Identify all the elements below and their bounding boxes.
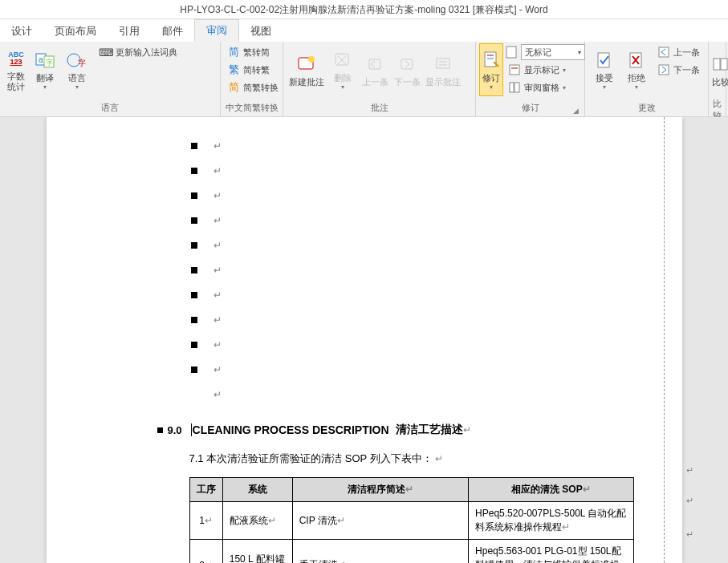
bullet-icon — [191, 217, 197, 224]
translate-button[interactable]: a字 翻译 ▾ — [29, 43, 61, 96]
svg-rect-31 — [721, 59, 727, 70]
bullet-icon — [191, 168, 197, 174]
bullet-icon — [191, 292, 197, 298]
list-item[interactable]: ↵ — [191, 183, 634, 208]
chevron-down-icon: ▾ — [75, 83, 79, 91]
pane-icon — [508, 81, 521, 94]
cell-procedure[interactable]: CIP 清洗↵ — [292, 502, 468, 540]
abc-icon: ABC 123 — [5, 47, 27, 70]
list-item[interactable]: ↵ — [191, 332, 634, 357]
svg-rect-12 — [401, 59, 413, 69]
page[interactable]: ↵ ↵ ↵ ↵ ↵ ↵ ↵ ↵ ↵ ↵ ↵ 9.0 CLEANING PROCE… — [47, 117, 682, 563]
list-item[interactable]: ↵ — [191, 307, 634, 332]
svg-rect-24 — [598, 53, 609, 67]
compare-button[interactable]: 比较 — [712, 43, 728, 96]
row-end-mark-icon: ↵ — [686, 529, 693, 540]
markup-icon — [508, 63, 521, 76]
row-end-mark-icon: ↵ — [686, 496, 693, 506]
bullet-icon — [191, 192, 197, 199]
new-comment-button[interactable]: 新建批注 — [287, 43, 327, 96]
tab-page-layout[interactable]: 页面布局 — [43, 21, 108, 42]
window-title: HP-LYO3-CL-C-002-02注射用胸腺法新清洁再验证方案-moling… — [0, 0, 728, 19]
cell-procedure[interactable]: 手工清洗↵ — [292, 540, 468, 564]
heading-text-cn: 清洁工艺描述 — [396, 423, 463, 437]
paragraph-mark-icon: ↵ — [214, 389, 222, 400]
heading-number: 9.0 — [168, 424, 182, 436]
display-for-review-select[interactable]: 无标记 ▾ — [505, 43, 585, 61]
next-change-icon — [657, 63, 670, 76]
tab-design[interactable]: 设计 — [0, 21, 43, 42]
sop-table[interactable]: 工序 系统 清洁程序简述↵ 相应的清洗 SOP↵ 1↵ 配液系统↵ CIP 清洗… — [189, 477, 634, 563]
section-heading[interactable]: 9.0 CLEANING PROCESS DESCRIPTION 清洁工艺描述 … — [157, 423, 634, 437]
trad-icon: 简 — [227, 46, 240, 59]
table-row[interactable]: 2↵ 150 L 配料罐↵ 手工清洗↵ Hpeq5.563-001 PLG-01… — [189, 540, 633, 564]
word-count-button[interactable]: ABC 123 字数 统计 — [3, 43, 29, 96]
ribbon: ABC 123 字数 统计 a字 翻译 ▾ 字 语言 ▾ — [0, 42, 728, 117]
group-label-conversion: 中文简繁转换 — [224, 100, 279, 116]
bullet-icon — [191, 317, 197, 323]
paragraph-mark-icon: ↵ — [463, 424, 471, 435]
reject-icon — [625, 49, 648, 71]
show-markup-button[interactable]: 显示标记 ▾ — [505, 61, 585, 79]
track-changes-button[interactable]: 修订 ▾ — [479, 43, 503, 96]
paragraph-mark-icon: ↵ — [435, 453, 443, 464]
reviewing-pane-button[interactable]: 审阅窗格 ▾ — [505, 79, 585, 96]
bullet-icon — [191, 242, 197, 249]
simp-trad-convert-button[interactable]: 简 简繁转换 — [224, 79, 282, 96]
list-item[interactable]: ↵ — [191, 133, 634, 158]
paragraph-mark-icon: ↵ — [214, 290, 222, 301]
simp-to-trad-button[interactable]: 繁 简转繁 — [224, 61, 282, 79]
prev-change-icon — [657, 46, 670, 59]
paragraph[interactable]: 7.1 本次清洁验证所需验证的清洁 SOP 列入下表中： ↵ — [189, 452, 634, 466]
paragraph-mark-icon: ↵ — [214, 140, 222, 152]
dialog-launcher-icon[interactable]: ◢ — [573, 107, 579, 115]
translate-icon: a字 — [34, 49, 56, 71]
chevron-down-icon: ▾ — [43, 83, 47, 91]
list-item[interactable]: ↵ — [191, 257, 634, 282]
cell-system[interactable]: 配液系统↵ — [222, 502, 292, 540]
cell-system[interactable]: 150 L 配料罐↵ — [222, 540, 292, 564]
cell-process[interactable]: 1↵ — [189, 502, 222, 540]
tab-review[interactable]: 审阅 — [194, 19, 239, 42]
list-item[interactable]: ↵ — [191, 208, 634, 233]
convert-icon: 简 — [227, 81, 240, 94]
list-item[interactable]: ↵ — [214, 382, 634, 407]
chevron-down-icon: ▾ — [490, 83, 493, 91]
cell-sop[interactable]: Hpeq5.563-001 PLG-01型 150L配料罐使用、清洁与维护保养标… — [469, 540, 633, 564]
svg-rect-30 — [714, 59, 720, 70]
list-item[interactable]: ↵ — [191, 357, 634, 382]
show-comments-button[interactable]: 显示批注 — [423, 43, 463, 96]
accept-button[interactable]: 接受 ▾ — [588, 43, 620, 96]
bullet-icon — [157, 427, 163, 433]
list-item[interactable]: ↵ — [191, 282, 634, 307]
table-row[interactable]: 1↵ 配液系统↵ CIP 清洗↵ HPeq5.520-007PLS-500L 自… — [189, 502, 633, 540]
update-ime-dict-button[interactable]: ⌨ 更新输入法词典 — [96, 43, 181, 61]
prev-comment-button[interactable]: 上一条 — [359, 43, 391, 96]
chevron-down-icon: ▾ — [635, 83, 638, 91]
delete-icon — [331, 49, 354, 71]
tab-mailings[interactable]: 邮件 — [151, 21, 194, 42]
bullet-icon — [191, 267, 197, 273]
language-button[interactable]: 字 语言 ▾ — [61, 43, 93, 96]
list-item[interactable]: ↵ — [191, 233, 634, 257]
bullet-icon — [191, 342, 197, 348]
reject-button[interactable]: 拒绝 ▾ — [620, 43, 653, 96]
group-label-tracking: 修订 ◢ — [479, 100, 581, 116]
compare-icon — [710, 53, 728, 75]
list-item[interactable]: ↵ — [191, 158, 634, 183]
svg-text:字: 字 — [78, 59, 86, 67]
paragraph-mark-icon: ↵ — [214, 215, 222, 226]
next-comment-button[interactable]: 下一条 — [391, 43, 423, 96]
prev-change-button[interactable]: 上一条 — [654, 43, 703, 61]
cell-sop[interactable]: HPeq5.520-007PLS-500L 自动化配料系统标准操作规程↵ — [469, 502, 633, 540]
cell-process[interactable]: 2↵ — [189, 540, 222, 564]
next-change-button[interactable]: 下一条 — [654, 61, 703, 79]
delete-comment-button[interactable]: 删除 ▾ — [327, 43, 359, 96]
tab-view[interactable]: 视图 — [239, 21, 283, 42]
heading-text-en: CLEANING PROCESS DESCRIPTION — [193, 423, 389, 436]
tab-references[interactable]: 引用 — [108, 21, 151, 42]
document-area[interactable]: ↵ ↵ ↵ ↵ ↵ ↵ ↵ ↵ ↵ ↵ ↵ 9.0 CLEANING PROCE… — [0, 117, 728, 563]
simp-icon: 繁 — [227, 63, 240, 76]
chevron-down-icon: ▾ — [563, 84, 566, 91]
trad-to-simp-button[interactable]: 简 繁转简 — [224, 43, 282, 61]
